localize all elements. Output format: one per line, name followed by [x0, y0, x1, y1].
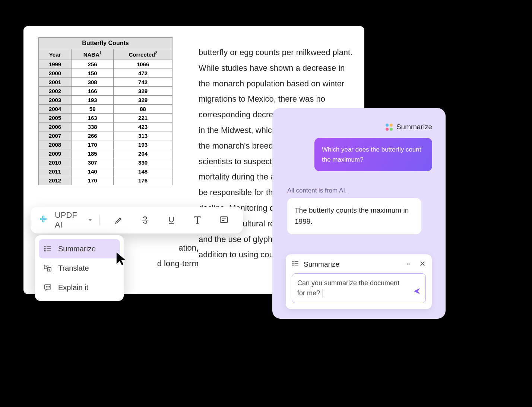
- table-row: 2007266313: [39, 131, 172, 140]
- menu-item-explain[interactable]: Explain it: [39, 278, 120, 297]
- table-row: 2005163221: [39, 114, 172, 123]
- ai-context-menu: Summarize Translate Explain it: [35, 235, 124, 301]
- table-row: 2000150472: [39, 69, 172, 78]
- comment-icon[interactable]: [216, 212, 232, 228]
- chat-input-area: Summarize Can you summarize the document…: [286, 254, 432, 309]
- document-body-text-fragment: ation, d long-term: [126, 240, 199, 271]
- col-year: Year: [39, 49, 72, 60]
- mouse-cursor-icon: [115, 251, 128, 268]
- list-icon: [43, 244, 52, 253]
- updf-ai-dropdown[interactable]: UPDF AI: [55, 210, 92, 230]
- table-row: 2002166329: [39, 87, 172, 96]
- ai-message-bubble: The butterfly counts the maximum in 1999…: [287, 198, 421, 234]
- svg-point-12: [49, 286, 50, 287]
- chat-header-label: Summarize: [396, 123, 432, 131]
- svg-point-2: [45, 248, 45, 249]
- strikethrough-icon[interactable]: [137, 212, 153, 228]
- table-title: Butterfly Counts: [38, 37, 172, 49]
- chat-header: Summarize: [386, 123, 432, 131]
- menu-label: Translate: [58, 264, 89, 273]
- input-mode-label[interactable]: Summarize: [304, 260, 339, 268]
- highlighter-icon[interactable]: [111, 212, 127, 228]
- chat-input[interactable]: Can you summarize the document for me?: [292, 273, 426, 303]
- table-row: 2012170176: [39, 176, 172, 185]
- col-corrected: Corrected2: [114, 49, 172, 60]
- table-row: 19992561066: [39, 60, 172, 69]
- translate-icon: [43, 264, 52, 273]
- list-icon: [292, 260, 299, 269]
- butterfly-counts-table: Butterfly Counts Year NABA1 Corrected2 1…: [38, 37, 172, 185]
- divider: [99, 215, 100, 225]
- ai-toolbar: UPDF AI: [31, 207, 243, 233]
- updf-logo-icon: [38, 214, 49, 226]
- menu-item-summarize[interactable]: Summarize: [39, 239, 120, 258]
- close-icon[interactable]: [419, 260, 426, 268]
- col-naba: NABA1: [72, 49, 114, 60]
- menu-label: Explain it: [58, 283, 88, 292]
- svg-point-1: [45, 246, 45, 247]
- table-row: 2009185204: [39, 149, 172, 158]
- svg-point-15: [292, 265, 293, 265]
- table-row: 20045988: [39, 105, 172, 114]
- svg-point-13: [292, 261, 293, 262]
- underline-icon[interactable]: [164, 212, 179, 228]
- svg-rect-0: [220, 217, 228, 222]
- ai-chat-panel: Summarize Which year does the butterfly …: [272, 108, 446, 319]
- svg-point-11: [48, 286, 48, 287]
- table-row: 2010307330: [39, 158, 172, 167]
- table-row: 2008170193: [39, 140, 172, 149]
- svg-point-14: [292, 263, 293, 264]
- pin-icon[interactable]: [404, 260, 411, 268]
- table-row: 2006338423: [39, 123, 172, 131]
- ai-source-note: All content is from AI.: [287, 187, 347, 194]
- chevron-down-icon: [88, 219, 92, 221]
- table-row: 2011140148: [39, 167, 172, 176]
- app-dots-icon: [386, 124, 393, 131]
- text-cursor: [323, 289, 323, 298]
- svg-point-3: [45, 250, 45, 251]
- menu-item-translate[interactable]: Translate: [39, 258, 120, 278]
- send-button[interactable]: [413, 287, 421, 298]
- table-row: 2001308742: [39, 78, 172, 87]
- user-message-bubble: Which year does the butterfly count the …: [314, 138, 432, 171]
- menu-label: Summarize: [58, 245, 96, 253]
- text-icon[interactable]: [190, 212, 205, 228]
- table-row: 2003193329: [39, 96, 172, 105]
- svg-point-10: [46, 286, 47, 287]
- explain-icon: [43, 283, 52, 292]
